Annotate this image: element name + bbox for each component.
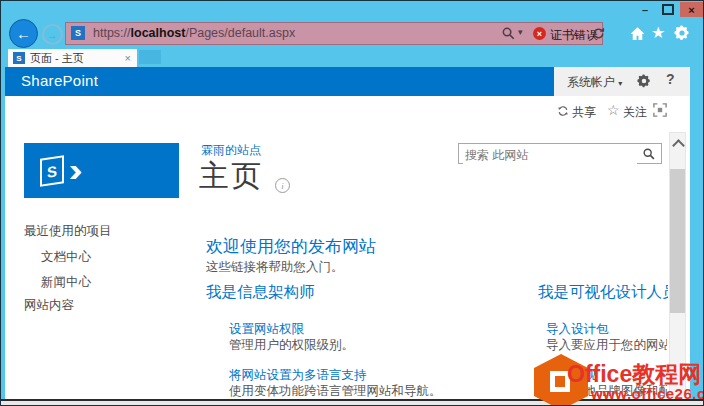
url-text[interactable]: https://localhost/Pages/default.aspx — [93, 26, 295, 40]
new-tab-button[interactable] — [139, 50, 161, 64]
link-multilingual[interactable]: 将网站设置为多语言支持 — [229, 367, 367, 384]
sidebar-item-news-center[interactable]: 新闻中心 — [41, 274, 91, 291]
close-button[interactable]: × — [680, 2, 703, 17]
share-button[interactable]: 共享 — [572, 104, 596, 121]
column-heading-designer: 我是可视化设计人员 — [538, 282, 668, 303]
window-frame-right — [690, 49, 703, 399]
follow-button[interactable]: 关注 — [623, 104, 647, 121]
info-icon[interactable]: i — [275, 178, 290, 193]
address-search-icon[interactable] — [501, 26, 516, 41]
url-scheme: https:// — [93, 26, 131, 40]
link-set-permissions[interactable]: 设置网站权限 — [229, 321, 304, 338]
settings-gear-icon[interactable] — [674, 25, 690, 41]
account-label: 系统帐户 — [567, 75, 615, 89]
maximize-icon — [662, 4, 674, 15]
sharepoint-logo-chevron-icon: › — [68, 145, 83, 193]
account-caret-icon: ▾ — [618, 79, 622, 88]
home-icon[interactable] — [629, 25, 646, 42]
link-import-design-desc: 导入要应用于您的网站的设 — [546, 337, 667, 354]
focus-on-content-icon[interactable] — [653, 103, 667, 117]
sync-icon — [557, 105, 569, 117]
vertical-scrollbar[interactable] — [669, 132, 686, 400]
follow-star-icon: ☆ — [607, 102, 620, 118]
window-frame-bottom — [1, 401, 703, 406]
help-button[interactable]: ? — [666, 71, 675, 87]
refresh-icon[interactable] — [591, 26, 606, 41]
link-multilingual-desc: 使用变体功能跨语言管理网站和导航。 — [229, 383, 442, 400]
forward-button[interactable]: → — [42, 24, 63, 45]
site-search-icon[interactable] — [642, 147, 656, 161]
scrollbar-thumb[interactable] — [670, 169, 685, 313]
favorites-star-icon[interactable]: ★ — [651, 23, 665, 42]
welcome-subtitle: 这些链接将帮助您入门。 — [206, 259, 344, 276]
link-change-look[interactable]: 更改外观 — [546, 367, 669, 384]
link-change-look-desc: 试用其他品牌图像和配色方案。 — [546, 383, 667, 400]
minimize-button[interactable]: – — [634, 2, 656, 17]
url-path: /Pages/default.aspx — [185, 26, 295, 40]
cert-error-icon[interactable]: × — [533, 27, 546, 40]
column-heading-architect: 我是信息架构师 — [206, 282, 536, 303]
account-menu[interactable]: 系统帐户 ▾ — [567, 74, 622, 91]
tab-close-icon[interactable]: × — [125, 52, 131, 64]
page-title: 主页 — [199, 156, 263, 197]
sharepoint-favicon-icon: S — [71, 26, 85, 40]
link-set-permissions-desc: 管理用户的权限级别。 — [229, 337, 354, 354]
back-button[interactable]: ← — [9, 19, 38, 48]
tab-favicon-icon: S — [13, 52, 25, 64]
scroll-up-icon[interactable] — [672, 139, 685, 152]
browser-tab[interactable]: S 页面 - 主页 × — [8, 49, 137, 67]
search-dropdown-caret-icon[interactable]: ▾ — [518, 27, 523, 37]
sidebar-item-recent: 最近使用的项目 — [24, 223, 112, 240]
site-settings-gear-icon[interactable] — [637, 74, 651, 88]
sidebar-item-site-contents[interactable]: 网站内容 — [24, 297, 74, 314]
welcome-title: 欢迎使用您的发布网站 — [206, 235, 376, 258]
url-host: localhost — [131, 26, 186, 40]
maximize-button[interactable] — [657, 2, 679, 17]
sidebar-item-document-center[interactable]: 文档中心 — [41, 249, 91, 266]
sharepoint-logo-icon: S — [40, 155, 64, 186]
tab-title: 页面 - 主页 — [30, 51, 125, 66]
browser-window: – × ← → S https://localhost/Pages/defaul… — [0, 0, 704, 406]
sharepoint-brand: SharePoint — [21, 72, 98, 89]
link-import-design[interactable]: 导入设计包 — [546, 321, 669, 338]
window-frame-left — [1, 49, 5, 399]
site-search-box[interactable] — [458, 143, 662, 164]
site-logo[interactable]: S › — [24, 143, 179, 198]
search-input[interactable] — [463, 145, 637, 164]
